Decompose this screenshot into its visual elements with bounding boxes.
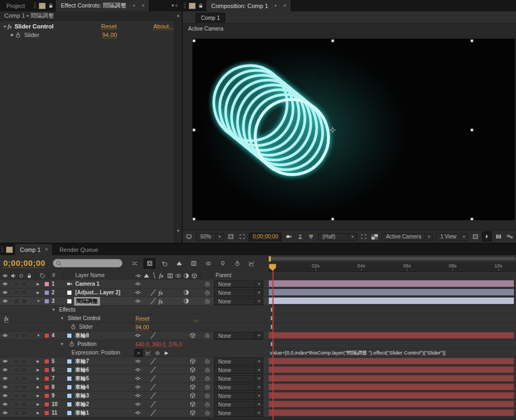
fx-badge-icon[interactable]: fx xyxy=(4,314,9,323)
solo-column-icon[interactable] xyxy=(18,273,24,279)
parent-pickwhip-icon[interactable]: ◎ xyxy=(205,409,210,417)
twirl-right-icon[interactable]: ▶ xyxy=(10,33,15,37)
parent-dropdown[interactable]: None▼ xyxy=(214,383,263,391)
quality-switch[interactable]: ╱ xyxy=(151,383,154,391)
visibility-toggle[interactable] xyxy=(2,357,8,365)
expand-arrow[interactable]: ▶ xyxy=(37,366,42,374)
parent-dropdown[interactable]: None▼ xyxy=(214,375,263,382)
expression-language-icon[interactable]: ▶ xyxy=(163,350,170,356)
layer-row-camera[interactable]: ▶ 1 Camera 1 ◎ None▼ xyxy=(0,280,269,288)
layer-name[interactable]: 車輪8 xyxy=(75,331,89,339)
visibility-toggle[interactable] xyxy=(2,392,8,400)
slider-param-row[interactable]: Slider 94.00 xyxy=(0,323,269,331)
scroll-down-icon[interactable]: ▼ xyxy=(175,228,181,234)
collapse-arrow[interactable]: ▼ xyxy=(37,331,42,339)
lock-cell[interactable] xyxy=(22,366,27,374)
graph-editor-icon[interactable] xyxy=(246,259,257,268)
track-row-position[interactable]: I xyxy=(269,340,516,349)
search-box[interactable] xyxy=(53,259,123,267)
expand-arrow[interactable]: ▶ xyxy=(37,288,42,296)
layer-duration-bar[interactable] xyxy=(269,366,514,373)
parent-pickwhip-icon[interactable]: ◎ xyxy=(205,357,210,365)
selection-handle[interactable] xyxy=(192,218,196,220)
layer-duration-bar[interactable] xyxy=(269,392,514,399)
panel-grip[interactable] xyxy=(34,3,36,9)
camera-view-select[interactable]: Active Camera▼ xyxy=(382,233,433,241)
parent-pickwhip-icon[interactable]: ◎ xyxy=(205,366,210,374)
panel-icon[interactable] xyxy=(6,247,13,253)
track-row-expression[interactable]: value+[0,0,index*thisComp.layer("間隔調整 ")… xyxy=(269,349,516,357)
cube-3d-switch[interactable] xyxy=(190,374,196,382)
cube-3d-switch[interactable] xyxy=(190,383,196,391)
track-row-ring[interactable] xyxy=(269,374,516,383)
expand-arrow[interactable]: ▶ xyxy=(37,280,42,288)
lock-cell[interactable] xyxy=(22,288,27,296)
fast-previews-icon[interactable] xyxy=(482,231,492,242)
track-row-ring[interactable] xyxy=(269,366,516,374)
parent-pickwhip-icon[interactable]: ◎ xyxy=(205,288,210,296)
label-color[interactable] xyxy=(44,392,49,400)
track-row-camera[interactable] xyxy=(269,280,516,288)
layer-row-ring[interactable]: ▶ 9 車輪3 ╱ ◎ None▼ xyxy=(0,392,269,400)
parent-dropdown[interactable]: None▼ xyxy=(214,332,263,339)
track-row-slider[interactable]: I xyxy=(269,323,516,331)
lock-cell[interactable] xyxy=(22,383,27,391)
layer-row-ring[interactable]: ▶ 7 車輪5 ╱ ◎ None▼ xyxy=(0,374,269,383)
layer-name[interactable]: 車輪5 xyxy=(75,374,89,382)
quality-switch[interactable]: ╱ xyxy=(151,288,154,296)
anchor-switch[interactable] xyxy=(135,383,141,391)
expand-arrow[interactable]: ▶ xyxy=(37,374,42,382)
audio-cell[interactable] xyxy=(14,409,19,417)
expression-pickwhip-icon[interactable]: ◎ xyxy=(154,350,161,356)
layer-row-ring[interactable]: ▶ 5 車輪7 ╱ ◎ None▼ xyxy=(0,357,269,366)
position-property-row[interactable]: ▼ Position 640.0, 360.0, 376.0 xyxy=(0,340,269,349)
quality-switch[interactable]: ╱ xyxy=(151,357,154,365)
parent-dropdown[interactable]: None▼ xyxy=(214,409,263,417)
work-area-start-marker[interactable] xyxy=(269,256,271,262)
layer-row-selected[interactable]: ▼ 3 間隔調整 ╱ fx ◎ None▼ xyxy=(0,297,269,306)
audio-cell[interactable] xyxy=(14,366,19,374)
visibility-toggle[interactable] xyxy=(2,400,8,408)
selection-handle[interactable] xyxy=(470,218,474,220)
lock-cell[interactable] xyxy=(22,297,27,305)
expand-arrow[interactable]: ▶ xyxy=(37,409,42,417)
label-color[interactable] xyxy=(44,400,49,408)
region-of-interest-icon[interactable] xyxy=(360,232,368,241)
about-ellipsis[interactable]: ... xyxy=(194,315,198,322)
visibility-toggle[interactable] xyxy=(2,366,8,374)
selection-handle[interactable] xyxy=(331,218,334,220)
cube-3d-switch[interactable] xyxy=(190,331,196,339)
anchor-switch[interactable] xyxy=(135,280,141,288)
twirl-down-icon[interactable]: ▼ xyxy=(60,340,66,348)
label-column-icon[interactable] xyxy=(40,273,46,279)
audio-cell[interactable] xyxy=(14,383,19,391)
panel-menu-icon[interactable]: ▼≡ xyxy=(170,3,178,8)
parent-dropdown[interactable]: None▼ xyxy=(214,358,263,365)
fx-switch[interactable]: fx xyxy=(159,288,163,296)
track-row-selected[interactable] xyxy=(269,297,516,306)
live-update-icon[interactable] xyxy=(144,258,155,269)
index-column-label[interactable]: # xyxy=(52,272,55,278)
selection-handle[interactable] xyxy=(331,39,334,42)
panel-grip[interactable] xyxy=(1,247,3,252)
parent-pickwhip-icon[interactable]: ◎ xyxy=(205,331,210,339)
track-row-adjustment[interactable] xyxy=(269,288,516,297)
preview-timecode[interactable]: 0;00;00;00 xyxy=(249,233,282,241)
layer-name[interactable]: [Adjust... Layer 2] xyxy=(75,288,120,296)
layer-row-adjustment[interactable]: ▶ 2 [Adjust... Layer 2] ╱ fx ◎ None▼ xyxy=(0,288,269,297)
lock-cell[interactable] xyxy=(22,357,27,365)
comp-flowchart-icon[interactable] xyxy=(505,232,514,241)
transparency-grid-icon[interactable] xyxy=(370,232,379,241)
parent-dropdown[interactable]: None▼ xyxy=(214,392,263,400)
layer-name[interactable]: 車輪7 xyxy=(75,357,89,365)
visibility-toggle[interactable] xyxy=(2,280,8,288)
layer-duration-bar[interactable] xyxy=(269,401,514,407)
layer-row-ring[interactable]: ▶ 8 車輪4 ╱ ◎ None▼ xyxy=(0,383,269,392)
cube-3d-switch-icon[interactable] xyxy=(191,273,197,279)
layer-name[interactable]: 車輪2 xyxy=(75,400,89,408)
time-ruler[interactable]: 02s04s06s08s10s xyxy=(269,262,516,272)
layer-name-column-label[interactable]: Layer Name xyxy=(75,272,104,278)
audio-cell[interactable] xyxy=(14,331,19,339)
tab-dropdown-icon[interactable]: ▼ xyxy=(272,3,279,9)
layer-row-ring8[interactable]: ▼ 4 車輪8 ╱ ◎ None▼ xyxy=(0,331,269,340)
